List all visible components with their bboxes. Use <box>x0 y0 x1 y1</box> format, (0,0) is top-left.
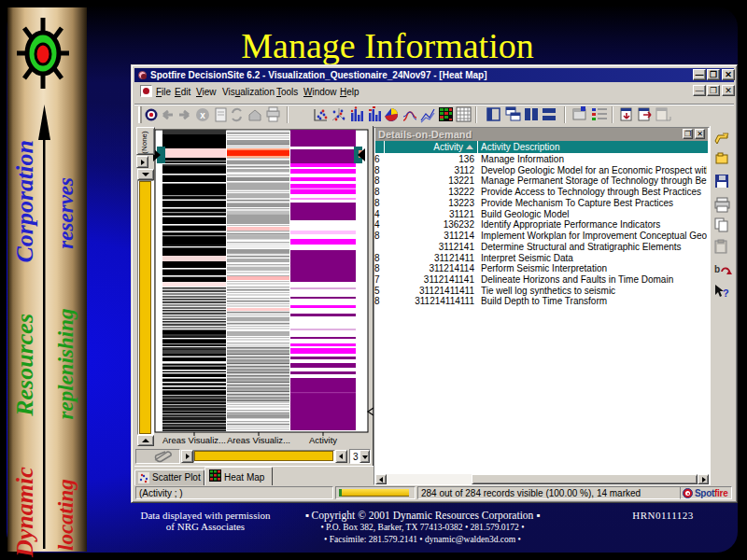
svg-text:?: ? <box>723 287 729 299</box>
svg-text:Activity: Activity <box>309 435 337 445</box>
svg-text:Areas Visualiz...: Areas Visualiz... <box>227 435 290 445</box>
svg-text:b: b <box>714 264 720 274</box>
svg-text:Areas Visualiz...: Areas Visualiz... <box>162 435 226 445</box>
svg-text:x: x <box>200 110 205 120</box>
